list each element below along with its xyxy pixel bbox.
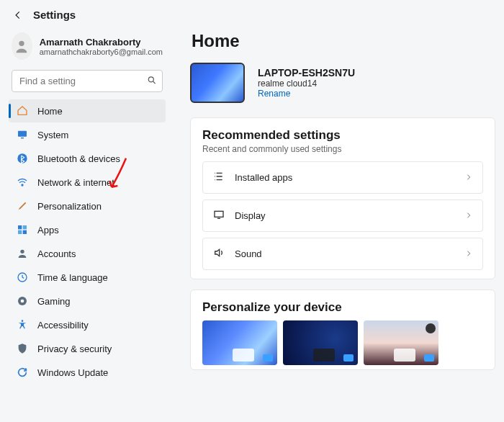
clock-icon — [16, 271, 29, 284]
personalize-card: Personalize your device — [190, 289, 495, 370]
svg-rect-6 — [18, 225, 22, 229]
nav: Home System Bluetooth & devices Network … — [9, 99, 166, 384]
row-display[interactable]: Display — [202, 199, 483, 232]
svg-rect-3 — [21, 138, 24, 138]
profile-email: amarnathchakraborty6@gmail.com — [40, 48, 163, 56]
nav-item-privacy[interactable]: Privacy & security — [9, 337, 166, 360]
nav-item-system[interactable]: System — [9, 123, 166, 146]
row-label: Display — [235, 210, 455, 221]
theme-option-3[interactable] — [364, 320, 438, 365]
accounts-icon — [16, 247, 29, 260]
device-thumbnail — [190, 63, 245, 103]
svg-point-10 — [20, 250, 24, 253]
personalize-title: Personalize your device — [202, 300, 483, 315]
device-name: LAPTOP-ESH2SN7U — [258, 67, 355, 78]
nav-label: Network & internet — [37, 177, 114, 188]
search-icon — [147, 75, 157, 87]
nav-item-accounts[interactable]: Accounts — [9, 242, 166, 265]
avatar — [12, 32, 32, 60]
bluetooth-icon — [16, 152, 29, 165]
device-card: LAPTOP-ESH2SN7U realme cloud14 Rename — [190, 63, 500, 103]
shield-icon — [16, 342, 29, 355]
svg-point-14 — [22, 320, 24, 322]
system-icon — [16, 128, 29, 141]
gaming-icon — [16, 295, 29, 307]
profile-name: Amarnath Chakraborty — [40, 37, 163, 48]
list-icon — [213, 171, 225, 184]
rename-link[interactable]: Rename — [258, 89, 355, 99]
nav-item-home[interactable]: Home — [9, 99, 166, 122]
page-title: Home — [192, 31, 500, 51]
recommended-title: Recommended settings — [202, 128, 483, 143]
svg-rect-8 — [18, 230, 22, 234]
nav-item-network[interactable]: Network & internet — [9, 171, 166, 194]
brush-icon — [16, 199, 29, 212]
nav-label: Privacy & security — [37, 344, 112, 354]
recent-badge-icon — [426, 323, 436, 333]
nav-label: System — [37, 130, 68, 140]
svg-rect-9 — [23, 230, 27, 234]
profile[interactable]: Amarnath Chakraborty amarnathchakraborty… — [9, 28, 166, 68]
update-icon — [16, 366, 29, 379]
row-installed-apps[interactable]: Installed apps — [202, 161, 483, 194]
nav-label: Home — [37, 106, 63, 117]
svg-point-13 — [21, 300, 24, 303]
svg-rect-15 — [215, 211, 223, 217]
nav-item-time[interactable]: Time & language — [9, 266, 166, 289]
recommended-card: Recommended settings Recent and commonly… — [190, 117, 495, 279]
nav-label: Gaming — [37, 296, 71, 307]
svg-point-1 — [148, 76, 153, 81]
nav-label: Bluetooth & devices — [37, 153, 120, 164]
nav-item-bluetooth[interactable]: Bluetooth & devices — [9, 147, 166, 170]
accessibility-icon — [16, 318, 29, 331]
chevron-right-icon — [465, 248, 472, 259]
row-sound[interactable]: Sound — [202, 238, 483, 270]
search-input[interactable] — [12, 70, 163, 92]
nav-item-apps[interactable]: Apps — [9, 218, 166, 241]
theme-option-1[interactable] — [202, 320, 277, 365]
home-icon — [16, 104, 29, 117]
svg-rect-7 — [23, 225, 27, 229]
nav-item-personalization[interactable]: Personalization — [9, 194, 166, 217]
back-button[interactable] — [13, 10, 23, 20]
nav-item-update[interactable]: Windows Update — [9, 361, 166, 384]
nav-item-gaming[interactable]: Gaming — [9, 289, 166, 313]
wifi-icon — [16, 176, 29, 189]
app-title: Settings — [33, 9, 76, 21]
main-content: Home LAPTOP-ESH2SN7U realme cloud14 Rena… — [173, 24, 504, 391]
sound-icon — [213, 247, 225, 261]
nav-label: Windows Update — [37, 367, 108, 378]
recommended-subtitle: Recent and commonly used settings — [202, 144, 483, 154]
row-label: Installed apps — [235, 172, 455, 183]
row-label: Sound — [235, 248, 455, 259]
nav-label: Apps — [37, 225, 59, 235]
nav-label: Time & language — [37, 272, 108, 283]
search-box[interactable] — [12, 70, 163, 92]
nav-label: Accounts — [37, 248, 76, 259]
monitor-icon — [213, 209, 225, 223]
svg-point-0 — [19, 41, 24, 46]
theme-option-2[interactable] — [283, 320, 358, 365]
nav-label: Personalization — [37, 201, 102, 212]
device-model: realme cloud14 — [258, 78, 355, 89]
apps-icon — [16, 223, 29, 236]
chevron-right-icon — [465, 210, 472, 221]
nav-item-accessibility[interactable]: Accessibility — [9, 313, 166, 336]
svg-rect-2 — [18, 131, 27, 137]
nav-label: Accessibility — [37, 320, 89, 331]
chevron-right-icon — [465, 172, 472, 183]
sidebar: Amarnath Chakraborty amarnathchakraborty… — [0, 24, 173, 391]
svg-point-5 — [22, 184, 23, 186]
